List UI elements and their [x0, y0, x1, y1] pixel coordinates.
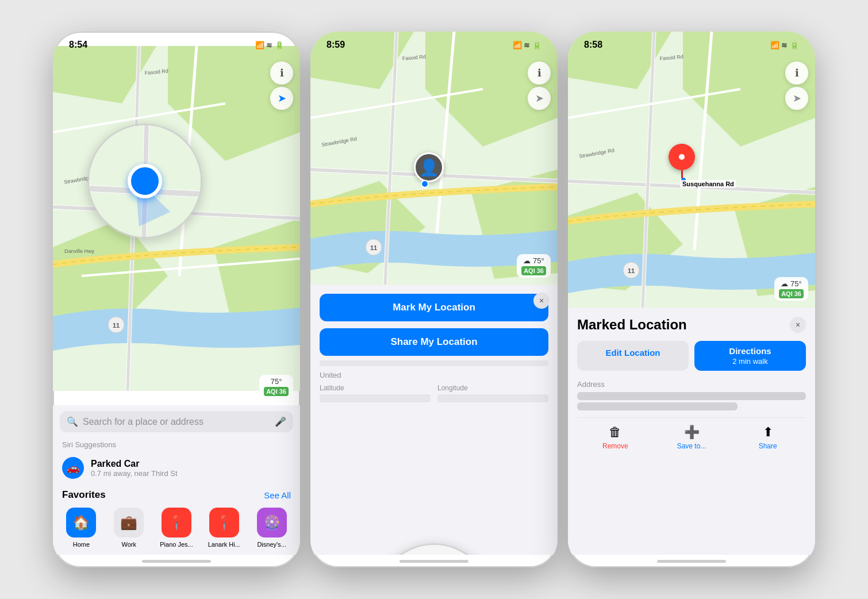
fav-lanark[interactable]: 📍 Lanark Hi... — [200, 508, 248, 548]
directions-btn[interactable]: Directions 2 min walk — [694, 341, 806, 371]
longitude-item: Longitude — [437, 384, 548, 402]
map-2[interactable]: Strawbridge Rd Fasoid Rd 11 👤 ℹ ➤ ☁ 75° … — [310, 32, 558, 285]
info-button-2[interactable]: ℹ — [528, 62, 551, 85]
location-button-3[interactable]: ➤ — [785, 87, 808, 110]
address-blurred-1 — [577, 392, 806, 400]
bottom-actions: 🗑 Remove ➕ Save to... ⬆ Share — [577, 417, 806, 450]
status-icons-1: 📶 ≋ 🔋 — [255, 41, 284, 49]
latitude-item: Latitude — [320, 384, 431, 402]
bottom-sheet-2: × Mark My Location Share My Location Uni… — [310, 285, 558, 555]
location-button-1[interactable]: ➤ — [270, 87, 293, 110]
directions-label: Directions — [701, 345, 799, 357]
info-button-3[interactable]: ℹ — [785, 62, 808, 85]
aqi-1: AQI 36 — [264, 387, 289, 396]
search-input-1[interactable]: Search for a place or address — [83, 417, 270, 427]
share-my-location-btn[interactable]: Share My Location — [320, 328, 548, 356]
weather-1: 75° AQI 36 — [259, 375, 293, 398]
bottom-panel-1: 🔍 Search for a place or address 🎤 Siri S… — [53, 405, 300, 555]
status-bar-1: 8:54 📶 ≋ 🔋 — [53, 32, 300, 53]
longitude-value — [437, 394, 548, 402]
home-bar-2 — [400, 560, 468, 563]
parked-car-row[interactable]: 🚗 Parked Car 0.7 mi away, near Third St — [53, 451, 300, 485]
map-1[interactable]: Strawbridge Rd Fasoid Rd Danville Hwy 11 — [53, 32, 300, 405]
home-indicator-2 — [310, 555, 558, 567]
disney-icon: 🎡 — [257, 508, 287, 537]
weather-temp-1: 75° — [271, 377, 282, 387]
latitude-label: Latitude — [320, 384, 431, 392]
status-icons-2: 📶 ≋ 🔋 — [513, 41, 541, 49]
time-3: 8:58 — [584, 40, 602, 50]
siri-section-label: Siri Suggestions — [53, 438, 300, 451]
map-controls-2: ℹ ➤ — [528, 62, 551, 110]
mark-location-btn[interactable]: Mark My Location — [320, 294, 548, 321]
address-blur-1 — [320, 360, 548, 366]
svg-text:11: 11 — [628, 267, 635, 274]
disney-label: Disney's... — [257, 541, 286, 548]
panel-header: Marked Location × — [577, 317, 806, 333]
piano-icon: 📍 — [162, 508, 191, 537]
remove-action[interactable]: 🗑 Remove — [577, 425, 654, 450]
map-3[interactable]: Strawbridge Rd Fasoid Rd 11 Susquehanna … — [568, 32, 815, 308]
latitude-value — [320, 394, 431, 402]
longitude-label: Longitude — [437, 384, 548, 392]
work-label: Work — [121, 541, 136, 548]
magnifier-inner-2: Mark My Locat — [378, 545, 490, 555]
aqi-2: AQI 36 — [521, 266, 546, 275]
weather-3: ☁ 75° AQI 36 — [774, 277, 808, 301]
save-icon: ➕ — [684, 425, 700, 440]
pin-head — [669, 144, 695, 170]
home-bar-1 — [142, 560, 211, 563]
status-icons-3: 📶 ≋ 🔋 — [770, 41, 799, 49]
favorites-row: 🏠 Home 💼 Work 📍 Piano Jes... 📍 Lanark Hi… — [53, 503, 300, 555]
home-label: Home — [73, 541, 90, 548]
search-icon-1: 🔍 — [67, 416, 78, 427]
remove-icon: 🗑 — [609, 425, 621, 440]
search-bar-1[interactable]: 🔍 Search for a place or address 🎤 — [60, 411, 293, 432]
coord-row: Latitude Longitude — [320, 384, 548, 402]
svg-text:11: 11 — [370, 244, 377, 251]
save-action[interactable]: ➕ Save to... — [654, 425, 730, 450]
directions-sub: 2 min walk — [701, 357, 799, 367]
map-controls-3: ℹ ➤ — [785, 62, 808, 110]
marked-location-panel: Marked Location × Edit Location Directio… — [568, 308, 815, 555]
location-dot-magnified — [128, 164, 162, 198]
lanark-label: Lanark Hi... — [208, 541, 240, 548]
fav-piano[interactable]: 📍 Piano Jes... — [153, 508, 201, 548]
parked-car-text: Parked Car 0.7 mi away, near Third St — [91, 459, 178, 478]
svg-text:Danville Hwy: Danville Hwy — [64, 248, 95, 254]
modal-content-2: Mark My Location Share My Location Unite… — [310, 285, 558, 412]
aqi-3: AQI 36 — [779, 289, 804, 298]
close-btn-2[interactable]: × — [533, 293, 550, 309]
edit-location-btn[interactable]: Edit Location — [577, 341, 689, 371]
location-button-2[interactable]: ➤ — [528, 87, 551, 110]
status-bar-3: 8:58 📶 ≋ 🔋 — [568, 32, 815, 53]
map-controls-1: ℹ ➤ — [270, 62, 293, 110]
fav-work[interactable]: 💼 Work — [105, 508, 153, 548]
panel-close-btn[interactable]: × — [790, 317, 806, 333]
action-buttons: Edit Location Directions 2 min walk — [577, 341, 806, 371]
phone-3: 8:58 📶 ≋ 🔋 Strawbridge Rd Fasoid Rd 11 — [568, 32, 815, 567]
fav-home[interactable]: 🏠 Home — [57, 508, 105, 548]
address-label: Address — [577, 380, 806, 389]
home-bar-3 — [657, 560, 726, 563]
share-action[interactable]: ⬆ Share — [729, 425, 806, 450]
parked-car-subtitle: 0.7 mi away, near Third St — [91, 469, 178, 478]
lanark-icon: 📍 — [209, 508, 239, 537]
favorites-label: Favorites — [62, 489, 106, 501]
see-all-btn[interactable]: See All — [264, 490, 291, 500]
panel-title: Marked Location — [577, 317, 687, 333]
save-label: Save to... — [677, 442, 706, 450]
home-indicator-1 — [53, 555, 300, 567]
magnifier-1 — [87, 124, 202, 239]
remove-label: Remove — [602, 442, 628, 450]
piano-label: Piano Jes... — [160, 541, 193, 548]
time-2: 8:59 — [327, 40, 345, 50]
susquehanna-label: Susquehanna Rd — [680, 180, 736, 188]
fav-disney[interactable]: 🎡 Disney's... — [248, 508, 295, 548]
work-icon: 💼 — [114, 508, 144, 537]
info-button-1[interactable]: ℹ — [270, 62, 293, 85]
share-icon: ⬆ — [763, 425, 773, 440]
mic-icon-1[interactable]: 🎤 — [275, 416, 286, 427]
weather-temp-3: ☁ 75° — [781, 279, 801, 289]
user-avatar-2: 👤 — [414, 152, 444, 182]
